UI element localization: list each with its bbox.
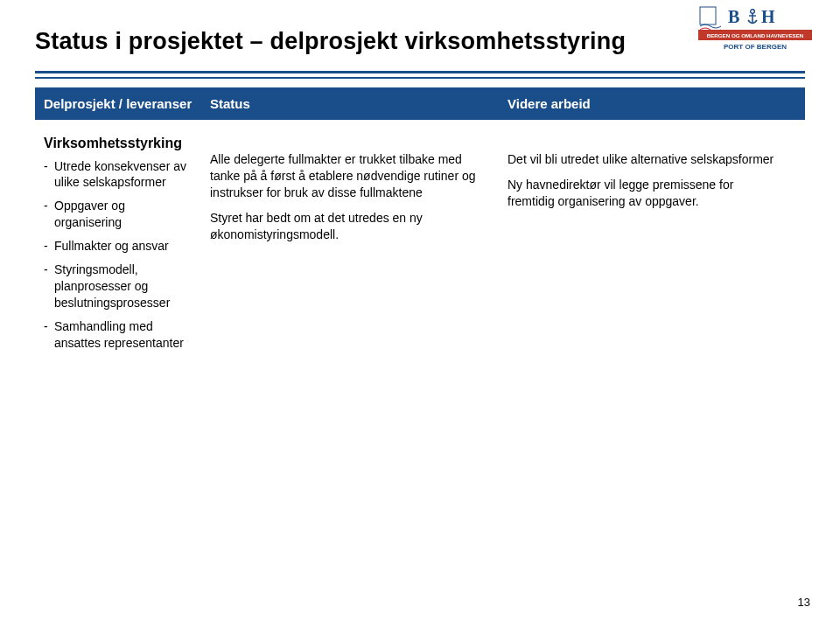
cell-tail <box>789 120 805 359</box>
cell-delprosjekt: Virksomhetsstyrking Utrede konsekvenser … <box>35 120 201 359</box>
logo-mid-text: BERGEN OG OMLAND HAVNEVESEN <box>707 32 804 38</box>
col-header-tail <box>789 87 805 120</box>
logo: B H BERGEN OG OMLAND HAVNEVESEN PORT OF … <box>698 5 812 52</box>
cell-videre: Det vil bli utredet ulike alternative se… <box>499 120 789 359</box>
col-header-videre: Videre arbeid <box>499 87 789 120</box>
cell-status: Alle delegerte fullmakter er trukket til… <box>201 120 499 359</box>
col-header-status: Status <box>201 87 499 120</box>
status-table: Delprosjekt / leveranser Status Videre a… <box>35 87 805 359</box>
title-rule <box>35 71 805 79</box>
list-item: Utrede konsekvenser av ulike selskapsfor… <box>44 158 194 192</box>
svg-text:H: H <box>761 7 775 26</box>
svg-text:B: B <box>728 7 739 26</box>
list-item: Fullmakter og ansvar <box>44 238 194 255</box>
slide: B H BERGEN OG OMLAND HAVNEVESEN PORT OF … <box>0 0 840 621</box>
subhead-virksomhetsstyrking: Virksomhetsstyrking <box>44 134 194 153</box>
col-header-delprosjekt: Delprosjekt / leveranser <box>35 87 201 120</box>
list-item: Samhandling med ansattes representanter <box>44 318 194 352</box>
page-number: 13 <box>798 596 810 609</box>
list-item: Styringsmodell, planprosesser og beslutn… <box>44 262 194 311</box>
status-para-1: Alle delegerte fullmakter er trukket til… <box>210 151 492 201</box>
page-title: Status i prosjektet – delprosjekt virkso… <box>35 28 805 55</box>
status-para-2: Styret har bedt om at det utredes en ny … <box>210 210 492 243</box>
deliverables-list: Utrede konsekvenser av ulike selskapsfor… <box>44 158 194 352</box>
logo-bot-text: PORT OF BERGEN <box>724 43 787 51</box>
videre-para-1: Det vil bli utredet ulike alternative se… <box>508 151 782 168</box>
list-item: Oppgaver og organisering <box>44 198 194 231</box>
videre-para-2: Ny havnedirektør vil legge premissene fo… <box>508 177 782 210</box>
svg-point-2 <box>751 10 755 14</box>
svg-rect-0 <box>700 7 716 24</box>
